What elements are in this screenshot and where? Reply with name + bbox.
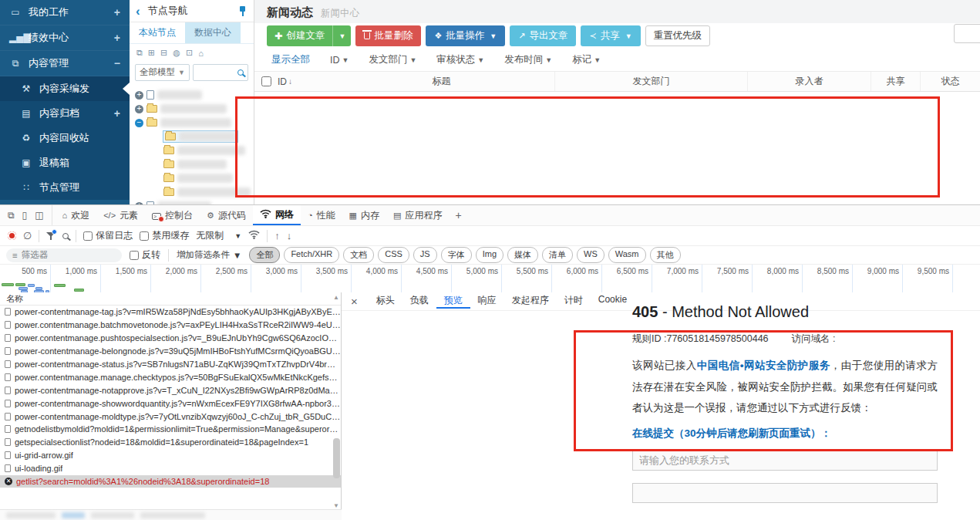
button-批量删除[interactable]: 批量删除 bbox=[355, 25, 421, 46]
devtools-tab-元素[interactable]: </>元素 bbox=[96, 205, 145, 225]
create-article-button[interactable]: ✚创建文章 bbox=[267, 25, 332, 46]
node-panel-tab-数据中心[interactable]: 数据中心 bbox=[185, 22, 241, 43]
button-批量操作[interactable]: ❖批量操作▼ bbox=[426, 25, 505, 46]
search-network-icon[interactable] bbox=[62, 233, 69, 239]
request-row[interactable]: power-contentmanage-showwordquantity.js?… bbox=[0, 397, 341, 410]
request-row[interactable]: getnodelistbymoldid?moldid=1&permissionl… bbox=[0, 423, 341, 436]
column-header-status[interactable]: 状态 bbox=[920, 72, 980, 91]
tree-node[interactable]: + bbox=[135, 102, 254, 116]
filter-ID[interactable]: ID▼ bbox=[330, 55, 349, 66]
more-tabs-icon[interactable]: + bbox=[449, 205, 467, 225]
tree-node[interactable] bbox=[135, 185, 254, 199]
column-header-share[interactable]: 共享 bbox=[871, 72, 920, 91]
filter-发布时间[interactable]: 发布时间▼ bbox=[504, 53, 552, 66]
pill-其他[interactable]: 其他 bbox=[650, 247, 681, 263]
tree-node[interactable] bbox=[135, 144, 254, 157]
close-detail-icon[interactable]: × bbox=[342, 295, 367, 308]
detail-tab-响应[interactable]: 响应 bbox=[470, 294, 504, 307]
tree-node[interactable]: − bbox=[135, 116, 254, 130]
pill-WS[interactable]: WS bbox=[577, 247, 605, 263]
devtools-tab-性能[interactable]: ◔性能 bbox=[301, 205, 342, 225]
button-重置优先级[interactable]: 重置优先级 bbox=[645, 25, 711, 46]
scroll-up-icon[interactable]: ▲ bbox=[333, 294, 339, 301]
devtools-tab-源代码[interactable]: ⚙源代码 bbox=[200, 205, 253, 225]
sidebar-item-内容采编发[interactable]: ⚒内容采编发 bbox=[0, 76, 130, 101]
expand-toggle-icon[interactable]: + bbox=[114, 107, 120, 120]
network-filter-input[interactable]: ≡筛选器 bbox=[6, 248, 122, 262]
network-conditions-icon[interactable] bbox=[248, 230, 260, 241]
create-article-dropdown[interactable]: ▼ bbox=[332, 25, 351, 46]
column-header-title[interactable]: 标题 bbox=[328, 72, 554, 91]
request-row[interactable]: power.contentmanage.pushtospecialsection… bbox=[0, 332, 341, 345]
filter-icon[interactable] bbox=[46, 231, 56, 241]
pill-CSS[interactable]: CSS bbox=[378, 247, 409, 263]
detail-tab-Cookie[interactable]: Cookie bbox=[591, 294, 635, 305]
button-导出文章[interactable]: ↗导出文章 bbox=[510, 25, 576, 46]
devtools-tab-欢迎[interactable]: ⌂欢迎 bbox=[56, 205, 97, 225]
request-row[interactable]: ui-loading.gif bbox=[0, 462, 341, 475]
import-har-icon[interactable]: ↑ bbox=[274, 230, 280, 241]
pill-JS[interactable]: JS bbox=[413, 247, 437, 263]
request-row[interactable]: power-contentmanage-belongnode.js?v=39uQ… bbox=[0, 345, 341, 358]
throttling-select[interactable]: 无限制▼ bbox=[196, 229, 241, 242]
filter-标记[interactable]: 标记▼ bbox=[572, 53, 601, 66]
pill-Fetch/XHR[interactable]: Fetch/XHR bbox=[284, 247, 339, 263]
request-row[interactable]: ui-grid-arrow.gif bbox=[0, 449, 341, 462]
pill-字体[interactable]: 字体 bbox=[441, 247, 472, 263]
devtools-tab-控制台[interactable]: >_控制台 bbox=[145, 205, 200, 225]
quick-search-box[interactable] bbox=[954, 24, 980, 43]
detail-tab-标头[interactable]: 标头 bbox=[369, 294, 402, 307]
sidebar-item-节点管理[interactable]: ∷节点管理 bbox=[0, 175, 130, 200]
pill-全部[interactable]: 全部 bbox=[249, 247, 280, 263]
model-select[interactable]: 全部模型▼ bbox=[135, 64, 190, 81]
select-all-checkbox[interactable] bbox=[261, 76, 271, 86]
column-header-id[interactable]: ID↓ bbox=[278, 72, 328, 91]
collapse-panel-icon[interactable]: ‹ bbox=[136, 5, 140, 18]
sidebar-item-内容归档[interactable]: ▤内容归档+ bbox=[0, 101, 130, 126]
request-row[interactable]: power-contentmanage-status.js?v=SB7nlugs… bbox=[0, 358, 341, 371]
detail-tab-计时[interactable]: 计时 bbox=[557, 294, 591, 307]
collapse-icon[interactable]: − bbox=[135, 119, 143, 127]
expand-icon[interactable]: + bbox=[135, 105, 143, 113]
create-article-split-button[interactable]: ✚创建文章▼ bbox=[267, 25, 351, 46]
request-row[interactable]: power-contentmanage-moldtype.js?v=7yOtLv… bbox=[0, 410, 341, 423]
doc-add-icon[interactable]: ⊡ bbox=[186, 48, 193, 58]
node-search-input[interactable] bbox=[193, 64, 248, 81]
expand-toggle-icon[interactable]: + bbox=[114, 6, 120, 19]
preserve-log-checkbox[interactable]: 保留日志 bbox=[83, 229, 133, 242]
tree-node[interactable] bbox=[135, 171, 254, 185]
sidebar-item-内容管理[interactable]: ⧉内容管理− bbox=[0, 51, 130, 76]
pill-Wasm[interactable]: Wasm bbox=[608, 247, 646, 263]
device-toolbar-icon[interactable]: ▯ bbox=[22, 210, 28, 221]
contact-input[interactable] bbox=[632, 451, 938, 471]
scroll-down-icon[interactable]: ▼ bbox=[333, 502, 339, 509]
sidebar-item-绩效中心[interactable]: ▂▅▇绩效中心+ bbox=[0, 25, 130, 51]
inspect-icon[interactable]: ⧉ bbox=[8, 210, 15, 221]
filter-显示全部[interactable]: 显示全部 bbox=[271, 53, 310, 66]
column-header-entry[interactable]: 录入者 bbox=[747, 72, 871, 91]
online-submit-link[interactable]: 在线提交（30分钟后请您刷新页面重试）： bbox=[632, 427, 938, 441]
request-list-scrollbar[interactable]: ▼ bbox=[332, 306, 341, 509]
expand-icon[interactable]: + bbox=[135, 91, 143, 100]
tree-node[interactable] bbox=[135, 130, 254, 144]
button-共享[interactable]: ≺共享▼ bbox=[581, 25, 640, 46]
search-icon[interactable] bbox=[237, 69, 244, 76]
detail-tab-发起程序[interactable]: 发起程序 bbox=[504, 294, 557, 307]
request-name-column-header[interactable]: 名称 ▲ bbox=[0, 292, 341, 306]
devtools-tab-内存[interactable]: ▦内存 bbox=[342, 205, 386, 225]
scrollbar-thumb[interactable] bbox=[333, 438, 340, 478]
request-row[interactable]: power-contentmanage-tag.js?v=mIR5Wza58Pj… bbox=[0, 306, 341, 319]
site-icon[interactable]: ◍ bbox=[173, 48, 180, 58]
pill-媒体[interactable]: 媒体 bbox=[507, 247, 538, 263]
collapse-all-icon[interactable]: ⊟ bbox=[160, 48, 167, 58]
dock-side-icon[interactable]: ◫ bbox=[35, 210, 43, 221]
sidebar-item-我的工作[interactable]: ▭我的工作+ bbox=[0, 0, 130, 25]
record-network-log-button[interactable] bbox=[8, 231, 16, 240]
detail-tab-负载[interactable]: 负载 bbox=[402, 294, 436, 307]
home-icon[interactable]: ⌂ bbox=[198, 49, 204, 58]
request-row[interactable]: ✕getlist?search=moldid%3A1%26nodeid%3A18… bbox=[0, 475, 341, 488]
clear-network-log-icon[interactable]: ∅ bbox=[23, 231, 32, 241]
security-service-link[interactable]: 中国电信•网站安全防护服务 bbox=[697, 360, 830, 371]
expand-toggle-icon[interactable]: − bbox=[114, 57, 120, 69]
copy-icon[interactable]: ⧉ bbox=[136, 48, 143, 58]
